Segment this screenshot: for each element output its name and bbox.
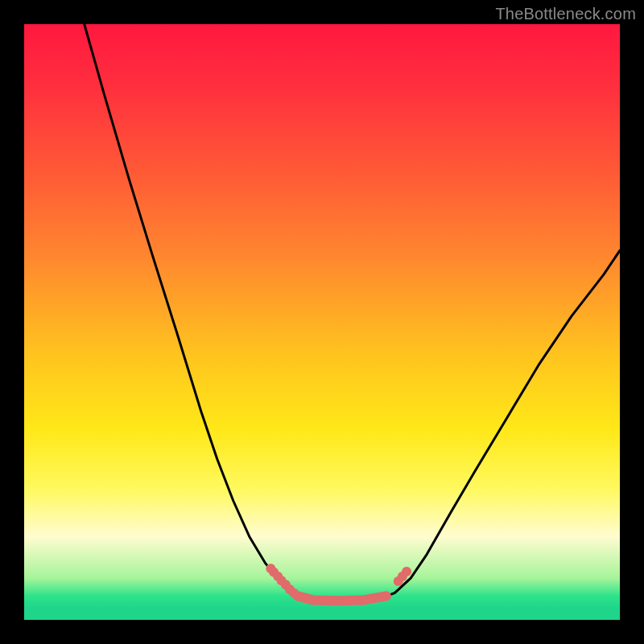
series-container: [85, 24, 620, 601]
outer-frame: TheBottleneck.com: [0, 0, 644, 644]
series-valley-floor: [298, 596, 386, 601]
series-right-arm: [386, 250, 620, 596]
series-left-arm: [85, 24, 298, 596]
chart-plot-area: [24, 24, 620, 620]
data-point-right-bead-cluster: [402, 567, 411, 576]
watermark-text: TheBottleneck.com: [495, 5, 636, 23]
chart-svg: [24, 24, 620, 620]
data-point-left-bead-cluster: [289, 588, 299, 598]
